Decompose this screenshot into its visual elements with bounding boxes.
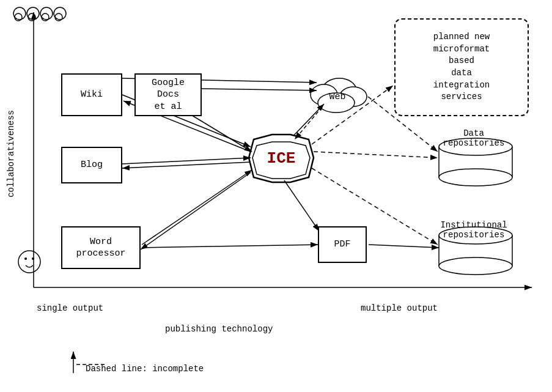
wp-label: Word processor — [76, 236, 125, 260]
data-repo-label: Data repositories — [428, 128, 520, 177]
svg-line-47 — [142, 245, 318, 248]
word-processor-box: Word processor — [61, 226, 141, 269]
blog-label: Blog — [81, 159, 103, 171]
planned-label: planned new microformat based data integ… — [433, 31, 490, 103]
svg-point-12 — [18, 251, 40, 273]
wiki-label: Wiki — [81, 89, 103, 101]
collab-text: collaborativeness — [6, 110, 16, 198]
collaborativeness-label: collaborativeness — [6, 110, 16, 198]
svg-line-39 — [295, 107, 322, 139]
pdf-box: PDF — [318, 226, 367, 263]
svg-line-42 — [314, 152, 438, 158]
multiple-output-label: multiple output — [361, 303, 438, 313]
svg-line-36 — [142, 170, 252, 245]
single-output-label: single output — [37, 303, 103, 313]
dashed-legend-label: Dashed line: incomplete — [86, 364, 204, 374]
pub-tech-text: publishing technology — [165, 324, 273, 334]
pdf-label: PDF — [334, 239, 350, 251]
svg-line-37 — [141, 172, 251, 250]
planned-box: planned new microformat based data integ… — [394, 18, 529, 116]
svg-point-13 — [24, 257, 27, 260]
multiple-text: multiple output — [361, 303, 438, 313]
blog-box: Blog — [61, 147, 122, 183]
diagram: ICE Web — [0, 0, 552, 392]
inst-repo-text: Institutional repositories — [440, 220, 507, 240]
gdocs-box: Google Docs et al — [134, 73, 202, 116]
svg-point-14 — [32, 257, 34, 260]
svg-line-40 — [284, 180, 319, 231]
single-text: single output — [37, 303, 103, 313]
svg-text:ICE: ICE — [267, 149, 296, 168]
svg-line-38 — [293, 104, 324, 136]
svg-text:Web: Web — [329, 92, 345, 102]
publishing-tech-label: publishing technology — [165, 324, 273, 334]
inst-repo-label: Institutional repositories — [428, 220, 520, 269]
gdocs-label: Google Docs et al — [152, 77, 185, 113]
svg-line-45 — [202, 89, 317, 91]
dashed-text: Dashed line: incomplete — [86, 364, 204, 374]
data-repo-text: Data repositories — [443, 128, 505, 148]
wiki-box: Wiki — [61, 73, 122, 116]
